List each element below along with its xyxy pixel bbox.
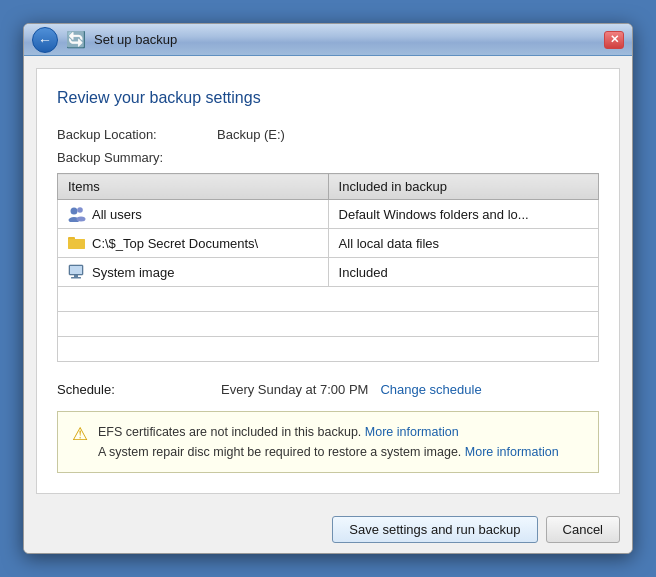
svg-point-2 [77,207,83,213]
cancel-button[interactable]: Cancel [546,516,620,543]
item-cell-3: System image [58,258,329,287]
svg-point-0 [71,208,78,215]
schedule-row: Schedule: Every Sunday at 7:00 PM Change… [57,382,599,397]
page-title: Review your backup settings [57,89,599,107]
table-row: All users Default Windows folders and lo… [58,200,599,229]
more-info-link-2[interactable]: More information [465,445,559,459]
backup-icon: 🔄 [66,30,86,49]
item-text-1: All users [92,207,142,222]
title-bar-controls: ✕ [604,31,624,49]
table-row: C:\$_Top Secret Documents\ All local dat… [58,229,599,258]
svg-rect-10 [71,277,81,279]
backup-location-row: Backup Location: Backup (E:) [57,127,599,142]
warning-line2: A system repair disc might be required t… [98,445,461,459]
col-included-header: Included in backup [328,174,598,200]
backup-table: Items Included in backup [57,173,599,362]
table-row: System image Included [58,258,599,287]
change-schedule-link[interactable]: Change schedule [380,382,481,397]
included-cell-2: All local data files [328,229,598,258]
backup-summary-label: Backup Summary: [57,150,599,165]
schedule-value: Every Sunday at 7:00 PM [221,382,368,397]
close-button[interactable]: ✕ [604,31,624,49]
save-button[interactable]: Save settings and run backup [332,516,537,543]
warning-icon: ⚠ [72,423,88,445]
footer: Save settings and run backup Cancel [24,506,632,553]
content-area: Review your backup settings Backup Locat… [36,68,620,494]
item-cell-1: All users [58,200,329,229]
included-cell-3: Included [328,258,598,287]
item-cell-2: C:\$_Top Secret Documents\ [58,229,329,258]
svg-point-3 [77,217,86,222]
window-title: Set up backup [94,32,177,47]
folder-icon [68,234,86,252]
item-text-2: C:\$_Top Secret Documents\ [92,236,258,251]
warning-box: ⚠ EFS certificates are not included in t… [57,411,599,473]
backup-location-label: Backup Location: [57,127,217,142]
schedule-label: Schedule: [57,382,217,397]
backup-window: ← 🔄 Set up backup ✕ Review your backup s… [23,23,633,554]
title-bar: ← 🔄 Set up backup ✕ [24,24,632,56]
item-text-3: System image [92,265,174,280]
table-spacer-row3 [58,337,599,362]
table-spacer-row2 [58,312,599,337]
col-items-header: Items [58,174,329,200]
backup-location-value: Backup (E:) [217,127,285,142]
warning-line1: EFS certificates are not included in thi… [98,425,361,439]
back-button[interactable]: ← [32,27,58,53]
included-cell-1: Default Windows folders and lo... [328,200,598,229]
computer-icon [68,263,86,281]
svg-rect-6 [68,239,85,249]
title-bar-left: ← 🔄 Set up backup [32,27,177,53]
more-info-link-1[interactable]: More information [365,425,459,439]
warning-text: EFS certificates are not included in thi… [98,422,559,462]
svg-rect-8 [70,266,82,274]
table-spacer-row [58,287,599,312]
svg-rect-9 [74,275,78,277]
users-icon [68,205,86,223]
